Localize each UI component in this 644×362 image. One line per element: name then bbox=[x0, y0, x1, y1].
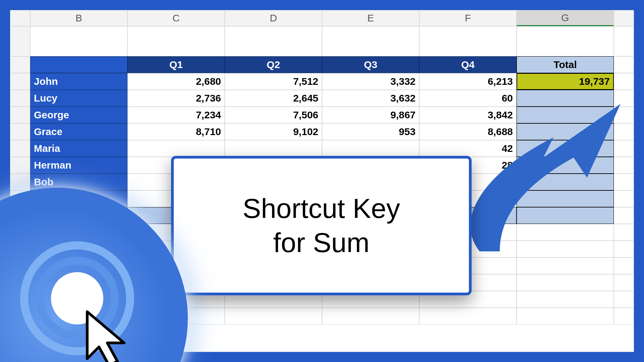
header-q2[interactable]: Q2 bbox=[225, 56, 322, 73]
sum-cell-selected[interactable]: 19,737 bbox=[517, 73, 614, 90]
total-cell[interactable] bbox=[517, 190, 614, 207]
data-cell[interactable] bbox=[127, 140, 225, 157]
blank-cell[interactable] bbox=[614, 207, 634, 224]
blank-cell[interactable] bbox=[225, 308, 322, 324]
blank-cell[interactable] bbox=[10, 123, 30, 140]
blank-cell[interactable] bbox=[614, 90, 634, 107]
blank-cell[interactable] bbox=[614, 157, 634, 174]
blank-cell[interactable] bbox=[322, 26, 419, 56]
data-cell[interactable]: 42 bbox=[419, 140, 517, 157]
blank-cell[interactable] bbox=[517, 308, 614, 324]
blank-cell[interactable] bbox=[614, 107, 634, 123]
blank-cell[interactable] bbox=[517, 257, 614, 274]
data-cell[interactable] bbox=[322, 140, 419, 157]
column-headers-row: B C D E F G bbox=[10, 10, 634, 26]
blank-cell[interactable] bbox=[419, 26, 517, 56]
footer-cell[interactable] bbox=[517, 207, 614, 224]
blank-cell[interactable] bbox=[419, 308, 517, 324]
header-total[interactable]: Total bbox=[517, 56, 614, 73]
blank-cell[interactable] bbox=[10, 73, 30, 90]
column-header-c[interactable]: C bbox=[127, 10, 225, 26]
blank-cell[interactable] bbox=[614, 140, 634, 157]
total-cell[interactable] bbox=[517, 157, 614, 174]
column-header-blank-right bbox=[614, 10, 634, 26]
blank-cell[interactable] bbox=[614, 190, 634, 207]
blank-cell[interactable] bbox=[614, 26, 634, 56]
total-cell[interactable] bbox=[517, 123, 614, 140]
blank-cell[interactable] bbox=[10, 157, 30, 174]
popup-line1: Shortcut Key bbox=[243, 193, 400, 224]
blank-cell[interactable] bbox=[10, 140, 30, 157]
row-name-grace[interactable]: Grace bbox=[30, 123, 127, 140]
blank-cell[interactable] bbox=[614, 241, 634, 257]
blank-cell[interactable] bbox=[614, 174, 634, 190]
column-header-blank bbox=[10, 10, 30, 26]
data-cell[interactable]: 6,213 bbox=[419, 73, 517, 90]
data-cell[interactable]: 9,102 bbox=[225, 123, 322, 140]
blank-cell[interactable] bbox=[614, 308, 634, 324]
blank-cell[interactable] bbox=[10, 90, 30, 107]
column-header-d[interactable]: D bbox=[225, 10, 322, 26]
data-cell[interactable]: 3,632 bbox=[322, 90, 419, 107]
title-popup: Shortcut Key for Sum bbox=[171, 156, 472, 295]
data-cell[interactable]: 8,688 bbox=[419, 123, 517, 140]
column-header-f[interactable]: F bbox=[419, 10, 517, 26]
blank-cell[interactable] bbox=[322, 308, 419, 324]
data-cell[interactable]: 3,332 bbox=[322, 73, 419, 90]
blank-cell[interactable] bbox=[30, 26, 127, 56]
data-cell[interactable]: 7,512 bbox=[225, 73, 322, 90]
blank-cell[interactable] bbox=[517, 241, 614, 257]
header-q4[interactable]: Q4 bbox=[419, 56, 517, 73]
blank-cell[interactable] bbox=[517, 274, 614, 291]
data-cell[interactable]: 60 bbox=[419, 90, 517, 107]
row-name-john[interactable]: John bbox=[30, 73, 127, 90]
row-name-lucy[interactable]: Lucy bbox=[30, 90, 127, 107]
data-cell[interactable]: 953 bbox=[322, 123, 419, 140]
blank-cell[interactable] bbox=[10, 107, 30, 123]
blank-cell[interactable] bbox=[614, 224, 634, 241]
total-cell[interactable] bbox=[517, 140, 614, 157]
data-cell[interactable]: 9,867 bbox=[322, 107, 419, 123]
cursor-icon bbox=[84, 308, 138, 362]
table-corner-cell[interactable] bbox=[30, 56, 127, 73]
row-name-maria[interactable]: Maria bbox=[30, 140, 127, 157]
blank-cell[interactable] bbox=[10, 56, 30, 73]
data-cell[interactable]: 7,506 bbox=[225, 107, 322, 123]
total-cell[interactable] bbox=[517, 174, 614, 190]
total-cell[interactable] bbox=[517, 107, 614, 123]
total-cell[interactable] bbox=[517, 90, 614, 107]
data-cell[interactable] bbox=[225, 140, 322, 157]
column-header-b[interactable]: B bbox=[30, 10, 127, 26]
data-cell[interactable]: 7,234 bbox=[127, 107, 225, 123]
column-header-e[interactable]: E bbox=[322, 10, 419, 26]
blank-cell[interactable] bbox=[614, 56, 634, 73]
data-cell[interactable]: 2,645 bbox=[225, 90, 322, 107]
blank-cell[interactable] bbox=[10, 26, 30, 56]
blank-cell[interactable] bbox=[127, 26, 225, 56]
blank-cell[interactable] bbox=[614, 257, 634, 274]
blank-cell[interactable] bbox=[10, 174, 30, 190]
header-q3[interactable]: Q3 bbox=[322, 56, 419, 73]
blank-cell[interactable] bbox=[225, 26, 322, 56]
blank-cell[interactable] bbox=[517, 291, 614, 308]
row-name-herman[interactable]: Herman bbox=[30, 157, 127, 174]
data-cell[interactable]: 2,680 bbox=[127, 73, 225, 90]
row-name-bob[interactable]: Bob bbox=[30, 174, 127, 190]
blank-cell[interactable] bbox=[614, 291, 634, 308]
data-cell[interactable]: 2,736 bbox=[127, 90, 225, 107]
column-header-g[interactable]: G bbox=[517, 10, 614, 26]
blank-cell[interactable] bbox=[614, 73, 634, 90]
blank-cell[interactable] bbox=[517, 224, 614, 241]
blank-cell[interactable] bbox=[614, 123, 634, 140]
header-q1[interactable]: Q1 bbox=[127, 56, 225, 73]
blank-cell[interactable] bbox=[614, 274, 634, 291]
row-name-george[interactable]: George bbox=[30, 107, 127, 123]
data-cell[interactable]: 8,710 bbox=[127, 123, 225, 140]
data-cell[interactable]: 3,842 bbox=[419, 107, 517, 123]
popup-line2: for Sum bbox=[273, 227, 369, 258]
blank-cell[interactable] bbox=[517, 26, 614, 56]
